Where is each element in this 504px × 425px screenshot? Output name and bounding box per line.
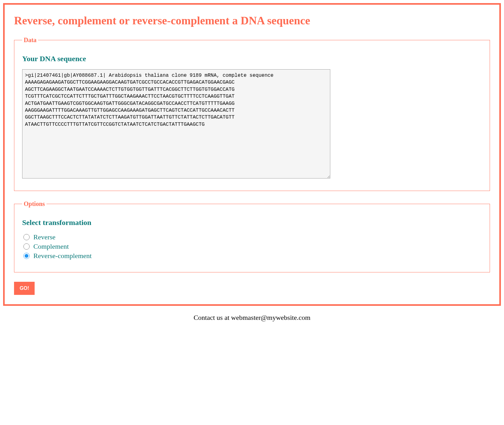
radio-item-complement: Complement: [22, 242, 482, 251]
radio-reverse[interactable]: [23, 234, 30, 240]
radio-item-revcomp: Reverse-complement: [22, 252, 482, 260]
options-legend: Options: [22, 200, 46, 208]
dna-sequence-textarea[interactable]: [22, 69, 330, 178]
data-legend: Data: [22, 37, 38, 44]
data-fieldset: Data Your DNA sequence: [14, 37, 490, 191]
radio-complement-label[interactable]: Complement: [33, 242, 69, 251]
radio-revcomp[interactable]: [23, 253, 30, 259]
radio-reverse-label[interactable]: Reverse: [33, 233, 56, 241]
footer-contact: Contact us at webmaster@mywebsite.com: [3, 314, 501, 322]
transformation-heading: Select transformation: [22, 218, 482, 227]
radio-complement[interactable]: [23, 243, 30, 250]
go-button[interactable]: GO!: [14, 282, 35, 295]
dna-sequence-heading: Your DNA sequence: [22, 55, 482, 63]
options-fieldset: Options Select transformation Reverse Co…: [14, 200, 490, 272]
radio-revcomp-label[interactable]: Reverse-complement: [33, 252, 92, 260]
main-container: Reverse, complement or reverse-complemen…: [3, 3, 501, 306]
page-title: Reverse, complement or reverse-complemen…: [14, 14, 490, 27]
radio-item-reverse: Reverse: [22, 233, 482, 241]
radio-group: Reverse Complement Reverse-complement: [22, 233, 482, 260]
